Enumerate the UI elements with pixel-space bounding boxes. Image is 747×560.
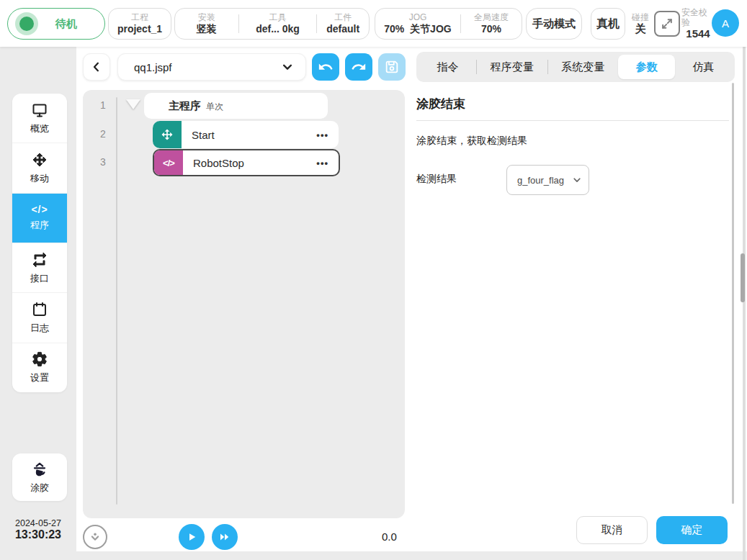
code-icon: </> — [31, 204, 48, 215]
project-label: 工程 — [131, 13, 148, 23]
real-machine-button[interactable]: 真机 — [591, 8, 625, 40]
sidebar-item-label: 设置 — [30, 371, 49, 384]
collision-value: 关 — [635, 22, 646, 35]
sidebar-item-log[interactable]: 日志 — [12, 293, 67, 343]
chevron-down-icon — [572, 175, 582, 185]
global-speed-cell[interactable]: 全局速度 70% — [461, 13, 522, 35]
nav-card: 概览 移动 </> 程序 接口 日 — [12, 94, 67, 392]
undo-icon — [318, 59, 334, 75]
program-file-name: qq1.jspf — [134, 61, 281, 73]
cancel-button[interactable]: 取消 — [576, 516, 648, 544]
jog-cell[interactable]: JOG 70% 关节JOG — [375, 13, 460, 35]
tree-row-main-program[interactable]: 主程序 单次 — [144, 93, 328, 119]
divider — [416, 120, 729, 121]
chevron-left-icon — [90, 60, 103, 73]
gear-icon — [31, 351, 48, 368]
top-status-bar: 待机 工程 project_1 安装 竖装 工具 def... 0kg 工件 d… — [0, 0, 747, 47]
redo-button[interactable] — [345, 53, 372, 81]
project-pill[interactable]: 工程 project_1 — [108, 8, 171, 40]
detection-result-value: g_four_flag — [517, 175, 572, 186]
confirm-button[interactable]: 确定 — [656, 516, 728, 544]
sidebar-item-label: 概览 — [30, 122, 49, 135]
user-avatar[interactable]: A — [712, 9, 739, 37]
tree-row-robotstop[interactable]: </> RobotStop ••• — [153, 149, 340, 176]
code-icon: </> — [154, 150, 183, 175]
panel-scrollbar-track[interactable] — [732, 83, 734, 504]
sidebar-item-overview[interactable]: 概览 — [12, 94, 67, 143]
tab-system-variables[interactable]: 系统变量 — [547, 55, 618, 79]
mount-cell[interactable]: 安装 竖装 — [175, 13, 238, 35]
main-program-mode: 单次 — [206, 101, 223, 113]
repeat-icon — [31, 251, 48, 268]
tool-cell[interactable]: 工具 def... 0kg — [239, 13, 317, 35]
collapse-panel-button[interactable] — [83, 525, 107, 549]
program-file-select[interactable]: qq1.jspf — [117, 53, 306, 81]
tab-instruction[interactable]: 指令 — [419, 55, 476, 79]
clock: 2024-05-27 13:30:23 — [0, 518, 76, 541]
tab-simulation[interactable]: 仿真 — [675, 55, 732, 79]
monitor-icon — [31, 101, 48, 119]
undo-button[interactable] — [312, 53, 339, 81]
workpiece-value: default — [326, 23, 359, 35]
node-menu-button[interactable]: ••• — [316, 130, 339, 140]
glue-dispenser-icon — [30, 461, 49, 479]
tool-value: def... 0kg — [256, 23, 300, 35]
parameter-title: 涂胶结束 — [416, 96, 465, 112]
save-floppy-icon — [384, 59, 400, 75]
collision-label: 碰撞 — [632, 12, 649, 22]
indent-guide-line — [116, 97, 117, 505]
program-tree: 1 2 3 主程序 单次 Start ••• </> RobotStop — [83, 90, 405, 518]
collapse-triangle-icon[interactable] — [126, 99, 140, 109]
workpiece-label: 工件 — [334, 13, 352, 23]
calendar-icon — [31, 301, 48, 318]
sidebar-item-label: 接口 — [30, 272, 49, 285]
chevron-down-icon — [281, 60, 294, 73]
fullscreen-button[interactable] — [654, 11, 680, 37]
redo-icon — [351, 59, 367, 75]
line-number: 3 — [96, 156, 110, 168]
sidebar-item-label: 日志 — [30, 322, 49, 335]
tool-label: 工具 — [269, 13, 286, 23]
setup-pill[interactable]: 安装 竖装 工具 def... 0kg 工件 default — [174, 8, 370, 40]
tab-parameters[interactable]: 参数 — [618, 55, 675, 79]
sidebar-item-program[interactable]: </> 程序 — [12, 194, 67, 243]
window-scrollbar-track[interactable] — [743, 47, 746, 560]
global-speed-value: 70% — [481, 23, 501, 35]
tab-program-variables[interactable]: 程序变量 — [477, 55, 547, 79]
safety-check-value: 1544 — [686, 27, 710, 40]
tree-row-start[interactable]: Start ••• — [153, 121, 339, 148]
sidebar-item-interface[interactable]: 接口 — [12, 243, 67, 293]
glue-label: 涂胶 — [30, 482, 49, 494]
safety-check-status: 安全校验 1544 — [681, 8, 715, 40]
robot-teach-pendant-app: 待机 工程 project_1 安装 竖装 工具 def... 0kg 工件 d… — [0, 0, 747, 560]
left-sidebar: 概览 移动 </> 程序 接口 日 — [0, 47, 76, 560]
manual-mode-button[interactable]: 手动模式 — [526, 8, 582, 40]
fast-forward-icon — [218, 530, 231, 543]
sidebar-item-glue[interactable]: 涂胶 — [12, 453, 67, 501]
back-button[interactable] — [83, 53, 110, 81]
sidebar-item-settings[interactable]: 设置 — [12, 343, 67, 392]
line-number: 1 — [96, 99, 110, 111]
global-speed-label: 全局速度 — [474, 13, 509, 23]
project-value: project_1 — [117, 23, 162, 35]
robot-status-pill[interactable]: 待机 — [7, 8, 105, 40]
jog-label: JOG — [409, 13, 427, 23]
chevron-down-dot-icon — [87, 529, 103, 545]
step-run-button[interactable] — [212, 524, 238, 550]
sidebar-item-move[interactable]: 移动 — [12, 143, 67, 193]
status-dot-halo — [15, 12, 38, 35]
jog-value: 70% 关节JOG — [384, 23, 451, 35]
move-icon — [31, 151, 48, 168]
run-program-button[interactable] — [179, 524, 205, 550]
jog-pill[interactable]: JOG 70% 关节JOG 全局速度 70% — [375, 8, 522, 40]
expand-arrows-icon — [660, 17, 674, 31]
node-label: Start — [182, 129, 316, 141]
date-text: 2024-05-27 — [0, 518, 76, 528]
node-menu-button[interactable]: ••• — [316, 158, 339, 168]
time-text: 13:30:23 — [0, 528, 76, 541]
workpiece-cell[interactable]: 工件 default — [317, 13, 369, 35]
mount-label: 安装 — [198, 13, 215, 23]
save-button[interactable] — [378, 53, 406, 81]
window-scrollbar-thumb[interactable] — [741, 253, 745, 302]
detection-result-select[interactable]: g_four_flag — [506, 165, 589, 195]
